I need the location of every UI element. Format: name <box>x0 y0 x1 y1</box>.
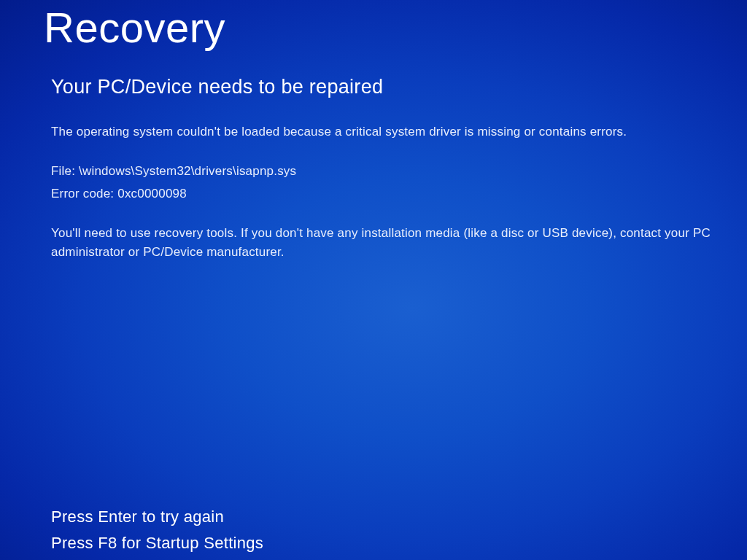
press-f8-instruction: Press F8 for Startup Settings <box>51 531 263 556</box>
error-code-line: Error code: 0xc0000098 <box>51 184 747 203</box>
page-subtitle: Your PC/Device needs to be repaired <box>51 76 383 98</box>
key-instructions: Press Enter to try again Press F8 for St… <box>51 505 263 557</box>
file-line: File: \windows\System32\drivers\isapnp.s… <box>51 162 747 181</box>
press-enter-instruction: Press Enter to try again <box>51 505 263 529</box>
file-path: \windows\System32\drivers\isapnp.sys <box>79 164 296 178</box>
recovery-instructions-text: You'll need to use recovery tools. If yo… <box>51 224 747 262</box>
error-code-label: Error code: <box>51 187 114 201</box>
file-label: File: <box>51 164 75 178</box>
error-cause-text: The operating system couldn't be loaded … <box>51 122 747 141</box>
recovery-screen: Recovery Your PC/Device needs to be repa… <box>0 0 747 560</box>
error-details: The operating system couldn't be loaded … <box>51 122 747 262</box>
page-title: Recovery <box>44 3 225 52</box>
error-code-value: 0xc0000098 <box>117 187 187 201</box>
